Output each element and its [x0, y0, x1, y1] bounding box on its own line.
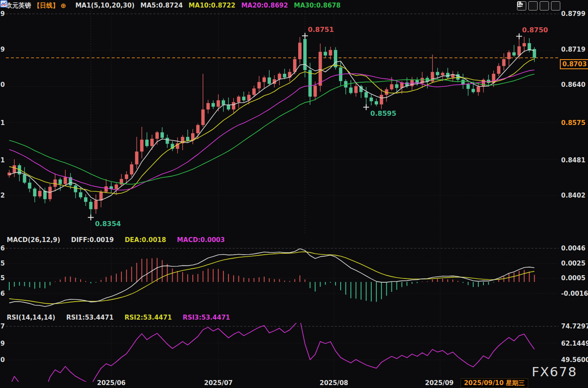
- high-annotation: 0.8751: [308, 26, 334, 34]
- x-tick-month: 2025/07: [204, 380, 233, 387]
- high-annotation: 0.8750: [522, 26, 548, 34]
- watermark: FX678: [532, 364, 577, 379]
- rsi-tick-label: 49.5600: [561, 357, 588, 364]
- macd-title: MACD(26,12,9): [7, 237, 60, 244]
- ma-group-label: MA1(5,10,20,30): [75, 2, 134, 9]
- macd-legend: MACD(26,12,9) DIFF:0.0019 DEA:0.0018 MAC…: [7, 237, 225, 244]
- price-left-digit: 0: [0, 81, 6, 89]
- price-pane: [6, 36, 559, 217]
- macd-value: MACD:0.0003: [177, 237, 225, 244]
- price-tick-label: 0.8640: [561, 81, 585, 89]
- x-tick-month: 2025/06: [97, 380, 126, 387]
- x-tick-month: 2025/09: [425, 380, 454, 387]
- dea-value: DEA:0.0018: [125, 237, 166, 244]
- rsi-left-digit: 7: [0, 323, 6, 330]
- add-indicator-icon[interactable]: ⊕: [60, 2, 66, 10]
- rsi-title: RSI(14,14,14): [7, 314, 55, 321]
- price-left-digit: 1: [0, 157, 6, 164]
- price-tick-label: 0.8719: [561, 46, 585, 53]
- rsi-tick-label: 74.7297: [561, 323, 588, 330]
- macd-left-digit: 6: [0, 245, 6, 252]
- toolbar: [517, 1, 560, 10]
- rsi-left-digit: 0: [0, 357, 6, 364]
- price-left-digit: 2: [0, 192, 6, 199]
- macd-tick-label: 0.0025: [561, 260, 585, 267]
- rsi-left-digit: 9: [0, 340, 6, 347]
- x-tick-month: 2025/08: [320, 380, 348, 387]
- diff-value: DIFF:0.0019: [71, 237, 114, 244]
- rsi-pane: [9, 319, 534, 388]
- axis-play-icon[interactable]: [540, 1, 549, 10]
- low-annotation: 0.8354: [95, 220, 121, 228]
- header-bar: 欧元英镑 【日线】 ⊕ MA1(5,10,20,30) MA5:0.8724 M…: [0, 0, 588, 11]
- symbol-title: 欧元英镑: [6, 2, 31, 10]
- price-left-digit: 1: [0, 120, 6, 127]
- macd-tick-label: -0.0016: [561, 290, 588, 297]
- rsi-tick-label: 62.1449: [561, 340, 588, 347]
- macd-left-digit: 5: [0, 260, 6, 267]
- macd-left-digit: 5: [0, 275, 6, 282]
- rsi2-value: RSI2:53.4471: [124, 314, 172, 321]
- ma20-value: MA20:0.8692: [241, 2, 288, 9]
- ma5-value: MA5:0.8724: [140, 2, 183, 9]
- exit-icon[interactable]: [551, 1, 560, 10]
- current-date-badge: 2025/09/10 星期三: [461, 378, 528, 388]
- chart-canvas[interactable]: [0, 0, 588, 388]
- current-price-badge: 0.8703: [560, 59, 588, 69]
- rsi3-value: RSI3:53.4471: [183, 314, 230, 321]
- price-tick-label: 0.8481: [561, 157, 585, 164]
- low-annotation: 0.8595: [370, 109, 396, 117]
- macd-pane: [9, 249, 534, 307]
- macd-left-digit: 6: [0, 290, 6, 297]
- price-tick-label: 0.8799: [561, 10, 585, 18]
- price-tick-label: 0.8402: [561, 192, 585, 199]
- ma10-value: MA10:0.8722: [189, 2, 235, 9]
- rsi-legend: RSI(14,14,14) RSI1:53.4471 RSI2:53.4471 …: [7, 314, 230, 321]
- ma30-value: MA30:0.8678: [294, 2, 341, 9]
- macd-tick-label: 0.0005: [561, 275, 585, 282]
- price-tick-label-accent: 0.8575: [561, 120, 585, 127]
- macd-tick-label: 0.0046: [561, 245, 585, 252]
- price-left-digit: 9: [0, 46, 6, 53]
- period-selector[interactable]: 【日线】: [34, 2, 59, 10]
- chart-app: 欧元英镑 【日线】 ⊕ MA1(5,10,20,30) MA5:0.8724 M…: [0, 0, 588, 388]
- rsi1-value: RSI1:53.4471: [66, 314, 114, 321]
- axis-marker-icon[interactable]: [528, 1, 538, 10]
- price-left-digit: 9: [0, 10, 6, 18]
